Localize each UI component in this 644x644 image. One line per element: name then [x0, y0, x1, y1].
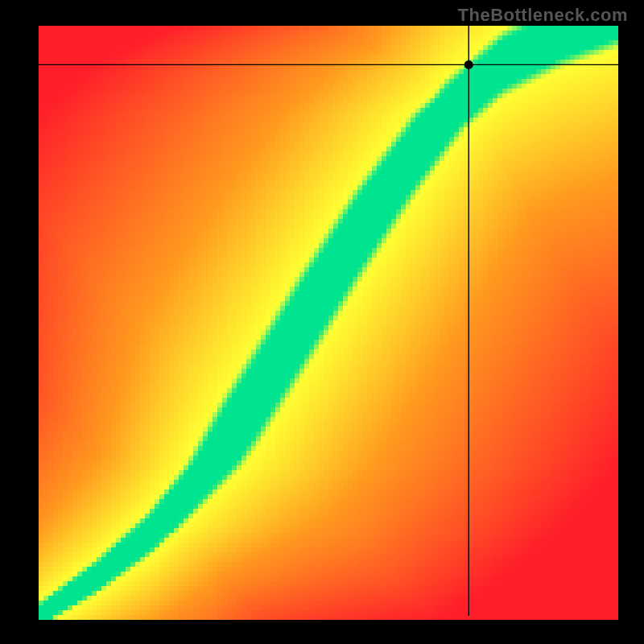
- bottleneck-heatmap: [0, 0, 644, 644]
- watermark-text: TheBottleneck.com: [458, 5, 628, 26]
- chart-container: TheBottleneck.com: [0, 0, 644, 644]
